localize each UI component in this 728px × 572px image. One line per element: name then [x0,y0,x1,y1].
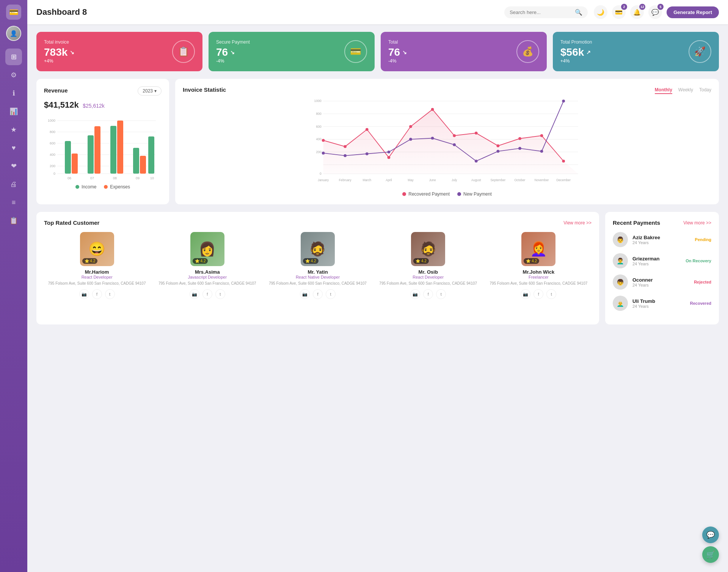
sidebar-item-info[interactable]: ℹ [5,85,22,102]
customers-grid: 😄 ⭐ 4.2 Mr.Hariom React Developer 795 Fo… [44,232,592,299]
payments-view-more[interactable]: View more >> [683,220,711,226]
bar-chart-legend: Income Expenses [44,184,162,190]
card-value: 76 ↘ [216,46,250,58]
messages-btn[interactable]: 💬 5 [648,5,662,19]
wallet-badge: 2 [621,4,627,10]
svg-text:1000: 1000 [48,119,55,122]
instagram-icon[interactable]: 📷 [190,289,199,299]
theme-toggle-btn[interactable]: 🌙 [594,5,607,19]
support-fab[interactable]: 💬 [702,527,719,543]
twitter-icon[interactable]: t [436,289,446,299]
customer-address: 795 Folsom Ave, Suite 600 San Francisco,… [379,281,477,286]
customer-image: 🧔 ⭐ 4.2 [301,232,335,266]
svg-text:June: June [429,179,436,182]
svg-text:April: April [386,179,392,182]
tab-monthly[interactable]: Monthly [655,87,672,94]
tab-weekly[interactable]: Weekly [678,87,693,94]
customer-item: 👩‍🦰 ⭐ 4.2 Mr.John Wick Freelancer 795 Fo… [486,232,592,299]
generate-report-btn[interactable]: Generate Report [667,6,719,18]
sidebar-item-star[interactable]: ★ [5,121,22,138]
svg-point-45 [431,108,434,111]
svg-text:December: December [556,179,571,182]
sidebar-logo[interactable]: 💳 [6,5,21,20]
search-icon: 🔍 [575,9,582,16]
payment-status: On Recovery [686,259,711,263]
customer-socials: 📷 f t [79,289,115,299]
user-avatar[interactable]: 👤 [6,26,21,41]
search-input[interactable] [510,9,572,15]
recovered-label: Recovered Payment [408,191,450,197]
payment-status: Pending [695,237,711,242]
sidebar-item-print[interactable]: 🖨 [5,176,22,193]
payment-item: 👨 Aziz Bakree 24 Years Pending [613,232,711,247]
customers-view-more[interactable]: View more >> [563,220,592,226]
customer-role: React Developer [413,275,444,279]
svg-point-54 [366,152,369,155]
instagram-icon[interactable]: 📷 [300,289,310,299]
cart-fab[interactable]: 🛒 [702,546,719,563]
twitter-icon[interactable]: t [546,289,556,299]
instagram-icon[interactable]: 📷 [521,289,530,299]
customer-socials: 📷 f t [190,289,225,299]
svg-text:September: September [490,179,505,182]
svg-point-60 [497,150,500,153]
card-change: +4% [560,58,592,64]
instagram-icon[interactable]: 📷 [79,289,89,299]
card-change: +4% [44,58,74,64]
facebook-icon[interactable]: f [92,289,102,299]
sidebar-item-dashboard[interactable]: ⊞ [5,49,22,65]
svg-point-48 [497,144,500,147]
tab-today[interactable]: Today [699,87,711,94]
svg-text:10: 10 [150,176,154,180]
year-selector[interactable]: 2023 ▾ [138,86,162,96]
payment-avatar: 👨‍🦳 [613,296,628,311]
sidebar-item-doc[interactable]: 📋 [5,212,22,229]
twitter-icon[interactable]: t [215,289,225,299]
rating-badge: ⭐ 4.2 [82,258,98,264]
total-invoice-card: Total invoice 783k ↘ +4% 📋 [36,32,202,71]
svg-text:09: 09 [136,176,140,180]
customer-name: Mr.Hariom [85,269,109,275]
bar-chart: 1000 800 600 400 200 0 [44,113,162,181]
customer-item: 👩 ⭐ 4.2 Mrs.Asima Javascript Developer 7… [154,232,260,299]
customer-image: 👩 ⭐ 4.2 [190,232,224,266]
facebook-icon[interactable]: f [533,289,543,299]
sidebar-item-favorite[interactable]: ♥ [5,139,22,156]
revenue-header: Revenue 2023 ▾ [44,86,162,96]
payments-title: Recent Payments [613,219,660,226]
svg-point-44 [409,125,412,128]
facebook-icon[interactable]: f [423,289,433,299]
instagram-icon[interactable]: 📷 [410,289,420,299]
card-info: Total 76 ↘ -4% [388,39,407,64]
svg-text:November: November [535,179,549,182]
payments-list: 👨 Aziz Bakree 24 Years Pending 👨‍🦱 Griez… [613,232,711,311]
customers-card: Top Rated Customer View more >> 😄 ⭐ 4.2 … [36,212,599,324]
customer-address: 795 Folsom Ave, Suite 600 San Francisco,… [490,281,588,286]
svg-rect-13 [72,154,78,174]
twitter-icon[interactable]: t [326,289,336,299]
svg-rect-14 [88,135,94,174]
sidebar-item-heart[interactable]: ❤ [5,158,22,174]
payment-avatar: 👨 [613,232,628,247]
payment-info: Aziz Bakree 24 Years [632,235,690,245]
sidebar-item-menu[interactable]: ≡ [5,194,22,211]
messages-badge: 5 [657,4,664,10]
facebook-icon[interactable]: f [313,289,323,299]
search-box[interactable]: 🔍 [504,6,588,18]
card-info: Total invoice 783k ↘ +4% [44,39,74,64]
sidebar-item-settings[interactable]: ⚙ [5,67,22,83]
notifications-btn[interactable]: 🔔 12 [630,5,644,19]
sidebar-item-chart[interactable]: 📊 [5,103,22,120]
customer-image: 👩‍🦰 ⭐ 4.2 [521,232,555,266]
twitter-icon[interactable]: t [105,289,115,299]
page-content: Total invoice 783k ↘ +4% 📋 Secure Paymen… [27,24,728,572]
customer-address: 795 Folsom Ave, Suite 600 San Francisco,… [158,281,256,286]
payments-card: Recent Payments View more >> 👨 Aziz Bakr… [605,212,719,324]
customer-image: 😄 ⭐ 4.2 [80,232,114,266]
rating-badge: ⭐ 4.2 [413,258,429,264]
page-title: Dashboard 8 [36,7,504,17]
wallet-btn[interactable]: 💳 2 [612,5,626,19]
customer-image: 🧔 ⭐ 4.2 [411,232,445,266]
svg-text:0: 0 [53,172,55,176]
facebook-icon[interactable]: f [202,289,212,299]
